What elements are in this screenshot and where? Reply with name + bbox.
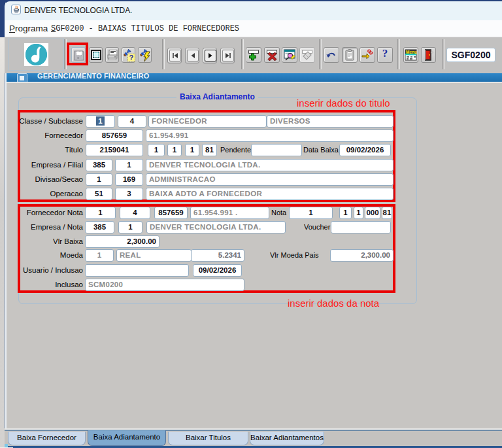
svg-text:?: ? xyxy=(129,54,134,61)
svg-text:Menu: Menu xyxy=(406,50,417,54)
